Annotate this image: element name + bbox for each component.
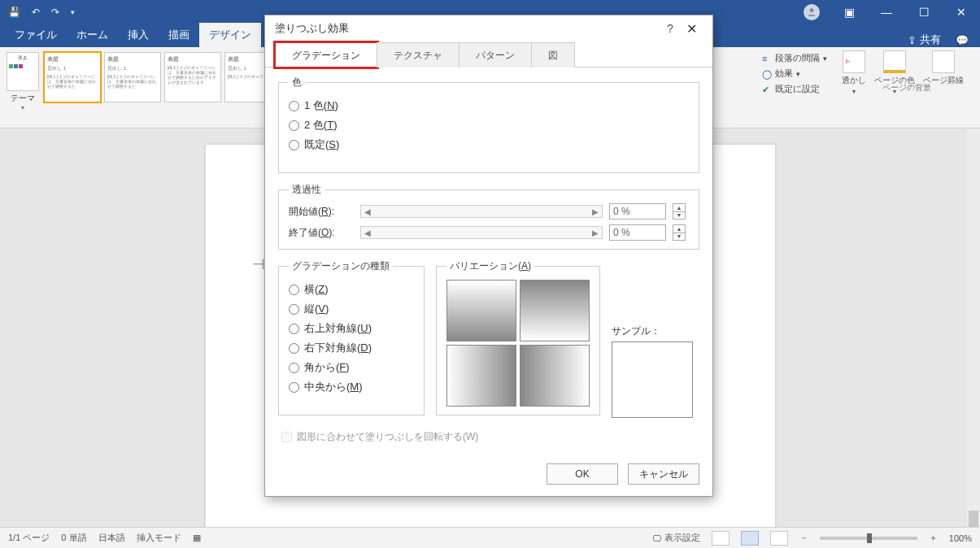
- comments-icon[interactable]: 💬: [956, 34, 969, 46]
- status-language[interactable]: 日本語: [98, 532, 125, 544]
- themes-dropdown-icon[interactable]: ▾: [7, 104, 39, 111]
- tab-texture[interactable]: テクスチャ: [377, 42, 460, 67]
- shading-styles-group: グラデーションの種類 横(Z) 縦(V) 右上対角線(U) 右下対角線(D) 角…: [278, 259, 425, 415]
- radio-preset[interactable]: 既定(S): [289, 135, 689, 154]
- design-options: ≡段落の間隔 ▾ ◯効果 ▾ ✔既定に設定: [762, 50, 827, 97]
- dialog-titlebar[interactable]: 塗りつぶし効果 ? ✕: [265, 15, 712, 41]
- radio-from-corner[interactable]: 角から(F): [289, 358, 414, 377]
- fill-effects-dialog: 塗りつぶし効果 ? ✕ グラデーション テクスチャ パターン 図 色 1 色(N…: [264, 15, 713, 497]
- slider-left-icon[interactable]: ◀: [364, 228, 371, 237]
- page-background-group-label: ページの背景: [842, 82, 972, 94]
- status-insert-mode[interactable]: 挿入モード: [137, 532, 181, 544]
- dialog-help-button[interactable]: ?: [660, 22, 680, 35]
- spin-up-icon[interactable]: ▲: [673, 204, 685, 212]
- share-button[interactable]: ⇪ 共有: [908, 33, 941, 47]
- text-cursor: ⊣: [252, 255, 265, 273]
- effects-button[interactable]: ◯効果 ▾: [762, 66, 827, 81]
- paragraph-spacing-button[interactable]: ≡段落の間隔 ▾: [762, 50, 827, 66]
- variants-legend: バリエーション(A): [446, 259, 534, 273]
- zoom-slider[interactable]: [820, 537, 917, 540]
- quick-access-toolbar: 💾 ↶ ↷ ▾: [0, 7, 83, 18]
- tab-pattern[interactable]: パターン: [459, 42, 532, 67]
- radio-one-color[interactable]: 1 色(N): [289, 96, 689, 115]
- maximize-button[interactable]: ☐: [905, 0, 943, 24]
- svg-point-0: [810, 8, 814, 12]
- zoom-level[interactable]: 100%: [949, 533, 972, 543]
- sample-preview: [612, 341, 693, 418]
- tab-home[interactable]: ホーム: [67, 23, 118, 47]
- radio-diagonal-down[interactable]: 右下対角線(D): [289, 338, 414, 358]
- radio-vertical[interactable]: 縦(V): [289, 299, 414, 319]
- page-borders-button[interactable]: ページ罫線: [923, 50, 964, 86]
- status-word-count[interactable]: 0 単語: [61, 532, 86, 544]
- transparency-group: 透過性 開始値(R): ◀▶ 0 % ▲▼ 終了値(O): ◀▶ 0 % ▲▼: [278, 183, 699, 250]
- themes-button[interactable]: 亜あ テーマ ▾: [7, 52, 39, 111]
- redo-icon[interactable]: ↷: [51, 7, 59, 18]
- transparency-legend: 透過性: [289, 183, 324, 197]
- variant-swatch[interactable]: [520, 280, 590, 341]
- spin-down-icon[interactable]: ▼: [673, 212, 685, 220]
- radio-from-center[interactable]: 中央から(M): [289, 377, 414, 397]
- end-label: 終了値(O):: [289, 226, 354, 240]
- slider-left-icon[interactable]: ◀: [364, 207, 371, 216]
- rotate-with-shape-checkbox[interactable]: 図形に合わせて塗りつぶしを回転する(W): [278, 425, 699, 444]
- style-set-item[interactable]: 表題見出し 1[挿入] タブのギャラリーには、文書全体の体裁に合わせて調整するた: [44, 52, 101, 102]
- account-avatar[interactable]: [793, 0, 830, 24]
- set-default-button[interactable]: ✔既定に設定: [762, 81, 827, 97]
- variant-swatch[interactable]: [446, 345, 516, 407]
- tab-draw[interactable]: 描画: [159, 23, 199, 47]
- status-page[interactable]: 1/1 ページ: [8, 532, 50, 544]
- slider-right-icon[interactable]: ▶: [592, 207, 599, 216]
- tab-insert[interactable]: 挿入: [118, 23, 159, 47]
- qat-customize-icon[interactable]: ▾: [71, 8, 75, 16]
- view-print-layout[interactable]: [741, 531, 759, 546]
- shading-styles-legend: グラデーションの種類: [289, 259, 393, 273]
- save-icon[interactable]: 💾: [8, 7, 20, 18]
- radio-horizontal[interactable]: 横(Z): [289, 280, 414, 299]
- view-read-mode[interactable]: [712, 531, 730, 546]
- tab-picture[interactable]: 図: [531, 42, 575, 67]
- style-set-item[interactable]: 表題見出し 1[挿入] タブのギャラリーには、文書全体の体裁に合わせて調整するた: [104, 52, 161, 102]
- view-web-layout[interactable]: [770, 531, 788, 546]
- start-slider[interactable]: ◀▶: [360, 205, 603, 218]
- close-window-button[interactable]: ✕: [943, 0, 980, 24]
- status-macro-icon[interactable]: ▦: [193, 533, 201, 543]
- variants-group: バリエーション(A): [436, 259, 600, 415]
- ok-button[interactable]: OK: [547, 463, 618, 485]
- spin-up-icon[interactable]: ▲: [673, 225, 685, 233]
- tab-design[interactable]: デザイン: [199, 23, 261, 47]
- zoom-out-button[interactable]: －: [799, 532, 808, 544]
- undo-icon[interactable]: ↶: [32, 7, 40, 18]
- spin-down-icon[interactable]: ▼: [673, 233, 685, 241]
- end-slider[interactable]: ◀▶: [360, 226, 603, 239]
- cancel-button[interactable]: キャンセル: [628, 463, 699, 485]
- style-set-item[interactable]: 表題[挿入] タブのギャラリーには、文書全体の体裁に合わせて調整するためのアイテ…: [164, 52, 221, 102]
- dialog-title: 塗りつぶし効果: [275, 21, 349, 36]
- ribbon-display-options-icon[interactable]: ▣: [830, 0, 868, 24]
- sample-label: サンプル：: [612, 324, 693, 338]
- tab-gradient[interactable]: グラデーション: [275, 42, 377, 67]
- variant-swatch[interactable]: [446, 280, 516, 341]
- end-spinner[interactable]: ▲▼: [673, 224, 686, 241]
- tab-file[interactable]: ファイル: [5, 23, 67, 47]
- slider-right-icon[interactable]: ▶: [592, 228, 599, 237]
- variant-swatch[interactable]: [520, 345, 590, 407]
- themes-label: テーマ: [7, 93, 39, 104]
- dialog-tabs: グラデーション テクスチャ パターン 図: [265, 41, 712, 67]
- radio-diagonal-up[interactable]: 右上対角線(U): [289, 319, 414, 338]
- zoom-in-button[interactable]: ＋: [929, 532, 938, 544]
- dialog-close-button[interactable]: ✕: [680, 21, 703, 37]
- colors-group: 色 1 色(N) 2 色(T) 既定(S): [278, 76, 699, 173]
- start-spinner[interactable]: ▲▼: [673, 203, 686, 220]
- display-settings[interactable]: 🖵 表示設定: [652, 532, 700, 544]
- vertical-scrollbar[interactable]: [967, 128, 980, 527]
- status-bar: 1/1 ページ 0 単語 日本語 挿入モード ▦ 🖵 表示設定 － ＋ 100%: [0, 527, 980, 548]
- end-value-input[interactable]: 0 %: [609, 224, 666, 241]
- start-label: 開始値(R):: [289, 205, 354, 219]
- start-value-input[interactable]: 0 %: [609, 203, 666, 220]
- radio-two-color[interactable]: 2 色(T): [289, 115, 689, 135]
- minimize-button[interactable]: —: [868, 0, 905, 24]
- colors-legend: 色: [289, 76, 305, 89]
